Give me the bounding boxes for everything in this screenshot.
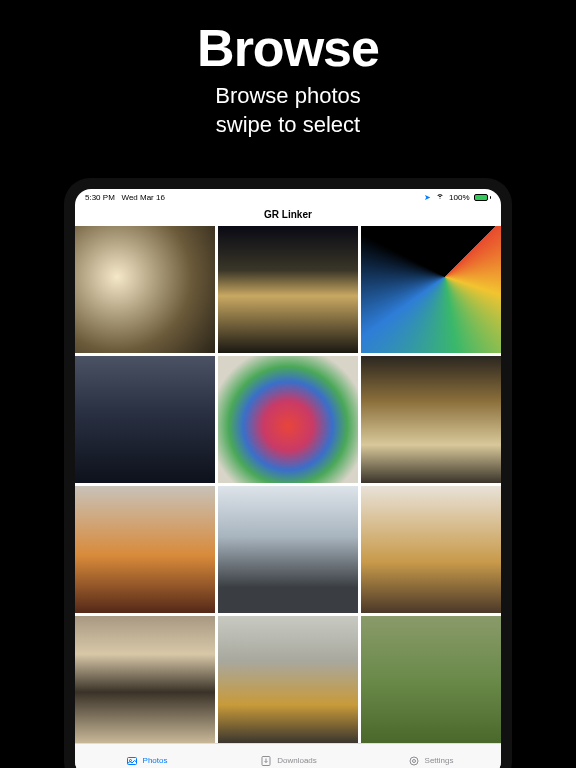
photo-thumbnail[interactable] <box>75 226 215 353</box>
wifi-icon <box>435 192 445 202</box>
svg-point-4 <box>412 759 415 762</box>
settings-icon <box>407 755 421 767</box>
download-icon <box>259 755 273 767</box>
status-date: Wed Mar 16 <box>121 193 164 202</box>
tab-label: Photos <box>143 756 168 765</box>
photo-thumbnail[interactable] <box>361 226 501 353</box>
status-left: 5:30 PM Wed Mar 16 <box>85 193 165 202</box>
photo-thumbnail[interactable] <box>75 616 215 743</box>
page-title: GR Linker <box>75 205 501 226</box>
photo-thumbnail[interactable] <box>75 356 215 483</box>
photo-grid[interactable] <box>75 226 501 743</box>
tab-photos[interactable]: Photos <box>75 744 217 768</box>
promo-subtitle: Browse photos swipe to select <box>0 82 576 139</box>
photo-thumbnail[interactable] <box>218 226 358 353</box>
photo-thumbnail[interactable] <box>218 486 358 613</box>
status-right: ➤ 100% <box>424 192 491 202</box>
photo-thumbnail[interactable] <box>218 616 358 743</box>
status-bar: 5:30 PM Wed Mar 16 ➤ 100% <box>75 189 501 205</box>
photos-icon <box>125 755 139 767</box>
photo-thumbnail[interactable] <box>75 486 215 613</box>
battery-percent: 100% <box>449 193 469 202</box>
tab-downloads[interactable]: Downloads <box>217 744 359 768</box>
tab-label: Downloads <box>277 756 317 765</box>
tab-label: Settings <box>425 756 454 765</box>
photo-thumbnail[interactable] <box>361 356 501 483</box>
tab-bar: Photos Downloads Settings <box>75 743 501 768</box>
tab-settings[interactable]: Settings <box>359 744 501 768</box>
svg-point-3 <box>410 757 418 765</box>
location-icon: ➤ <box>424 193 431 202</box>
promo-header: Browse Browse photos swipe to select <box>0 0 576 139</box>
ipad-screen: 5:30 PM Wed Mar 16 ➤ 100% GR Linker <box>75 189 501 768</box>
ipad-device-frame: 5:30 PM Wed Mar 16 ➤ 100% GR Linker <box>64 178 512 768</box>
photo-thumbnail[interactable] <box>361 616 501 743</box>
photo-thumbnail[interactable] <box>218 356 358 483</box>
promo-title: Browse <box>0 18 576 78</box>
battery-icon <box>474 194 492 201</box>
photo-thumbnail[interactable] <box>361 486 501 613</box>
status-time: 5:30 PM <box>85 193 115 202</box>
